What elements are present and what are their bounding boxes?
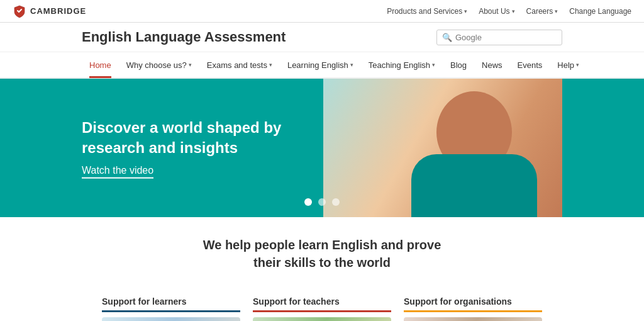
card-teachers: Support for teachers xyxy=(253,296,391,321)
nav-item-learning-english[interactable]: Learning English ▾ xyxy=(280,52,361,78)
careers-link[interactable]: Careers ▾ xyxy=(526,7,558,16)
chevron-down-icon: ▾ xyxy=(269,62,272,68)
chevron-down-icon: ▾ xyxy=(512,8,515,14)
tagline-section: We help people learn English and prove t… xyxy=(0,217,644,284)
nav-item-help[interactable]: Help ▾ xyxy=(550,52,587,78)
products-services-link[interactable]: Products and Services ▾ xyxy=(387,7,467,16)
card-teachers-title: Support for teachers xyxy=(253,296,391,312)
nav-item-teaching-english[interactable]: Teaching English ▾ xyxy=(361,52,443,78)
card-organisations: Support for organisations xyxy=(404,296,542,321)
hero-text-area: Discover a world shaped by research and … xyxy=(82,118,296,179)
card-learners: Support for learners xyxy=(102,296,240,321)
search-input[interactable] xyxy=(455,33,550,42)
hero-banner: Discover a world shaped by research and … xyxy=(0,79,644,217)
card-learners-image xyxy=(102,317,240,321)
nav-item-news[interactable]: News xyxy=(474,52,510,78)
site-title: English Language Assessment xyxy=(82,29,286,45)
hero-heading: Discover a world shaped by research and … xyxy=(82,118,296,159)
card-organisations-title: Support for organisations xyxy=(404,296,542,312)
nav-item-blog[interactable]: Blog xyxy=(443,52,474,78)
cards-section: Support for learners Support for teacher… xyxy=(0,284,644,321)
chevron-down-icon: ▾ xyxy=(555,8,558,14)
chevron-down-icon: ▾ xyxy=(350,62,353,68)
hero-cta-link[interactable]: Watch the video xyxy=(82,164,153,178)
chevron-down-icon: ▾ xyxy=(464,8,467,14)
hero-image xyxy=(323,79,562,217)
cambridge-logo-text: CAMBRIDGE xyxy=(30,6,86,16)
about-us-link[interactable]: About Us ▾ xyxy=(479,7,514,16)
hero-person-image xyxy=(323,79,562,217)
carousel-dot-1[interactable] xyxy=(304,198,312,206)
nav-item-home[interactable]: Home xyxy=(82,52,119,78)
card-learners-title: Support for learners xyxy=(102,296,240,312)
nav-item-events[interactable]: Events xyxy=(510,52,550,78)
tagline-text: We help people learn English and prove t… xyxy=(13,236,631,271)
chevron-down-icon: ▾ xyxy=(432,62,435,68)
site-header: English Language Assessment 🔍 xyxy=(0,23,644,52)
top-navigation: CAMBRIDGE Products and Services ▾ About … xyxy=(0,0,644,23)
top-nav-links: Products and Services ▾ About Us ▾ Caree… xyxy=(387,7,631,16)
nav-item-why-choose-us[interactable]: Why choose us? ▾ xyxy=(119,52,199,78)
search-icon: 🔍 xyxy=(442,33,452,42)
nav-item-exams-tests[interactable]: Exams and tests ▾ xyxy=(199,52,280,78)
chevron-down-icon: ▾ xyxy=(189,62,192,68)
hero-carousel-dots xyxy=(304,198,340,206)
logo-area: CAMBRIDGE xyxy=(13,4,86,18)
carousel-dot-3[interactable] xyxy=(332,198,340,206)
card-organisations-image xyxy=(404,317,542,321)
main-navigation: Home Why choose us? ▾ Exams and tests ▾ … xyxy=(0,52,644,79)
change-language-link[interactable]: Change Language xyxy=(569,7,631,16)
cambridge-shield-icon xyxy=(13,4,26,18)
search-box[interactable]: 🔍 xyxy=(436,30,562,45)
card-teachers-image xyxy=(253,317,391,321)
chevron-down-icon: ▾ xyxy=(576,62,579,68)
carousel-dot-2[interactable] xyxy=(318,198,326,206)
